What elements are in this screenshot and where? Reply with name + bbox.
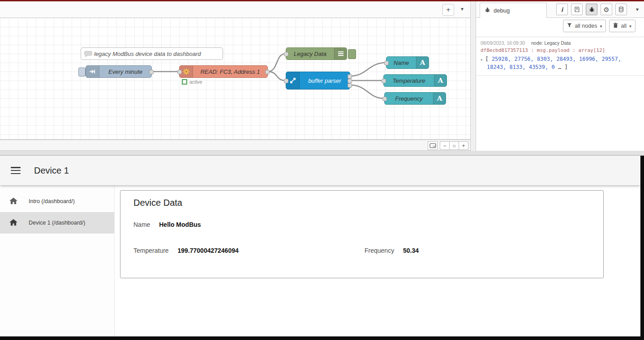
- debug-input-port[interactable]: [284, 52, 288, 56]
- debug-filter-label: all nodes: [575, 23, 597, 29]
- frequency-field-label: Frequency: [365, 247, 394, 254]
- sidebar-separator[interactable]: [470, 1, 476, 151]
- debug-clear-label: all: [621, 23, 627, 29]
- name-field-value: Hello ModBus: [159, 221, 201, 228]
- bug-icon: [485, 7, 490, 14]
- sidebar-item-label: Intro (/dashboard/): [29, 198, 75, 204]
- sidebar-menu-caret-icon[interactable]: ▾: [636, 6, 639, 13]
- text-icon: A: [416, 57, 429, 68]
- text-icon: A: [434, 75, 447, 86]
- ui-text-name-node[interactable]: Name A: [386, 56, 429, 69]
- add-flow-button[interactable]: +: [442, 4, 454, 16]
- buffer-output-port-2[interactable]: [348, 79, 352, 83]
- inject-node-label: Every minute: [99, 68, 151, 75]
- ui-name-input-port[interactable]: [384, 61, 389, 65]
- card-title: Device Data: [133, 198, 182, 208]
- debug-filter-button[interactable]: all nodes ▾: [563, 20, 606, 32]
- comment-node[interactable]: legacy ModBus device data to dashboard: [81, 47, 223, 60]
- buffer-parser-node-label: buffer parser: [300, 77, 350, 84]
- comment-icon: [84, 51, 92, 57]
- info-tab-button[interactable]: i: [556, 4, 568, 15]
- wire: [350, 63, 386, 76]
- zoom-out-button[interactable]: −: [440, 141, 450, 150]
- zoom-in-button[interactable]: +: [459, 141, 468, 150]
- text-icon: A: [433, 93, 446, 104]
- buffer-parser-node[interactable]: buffer parser: [286, 72, 350, 89]
- flow-canvas[interactable]: legacy ModBus device data to dashboard E…: [0, 18, 470, 140]
- debug-message-meta: 08/09/2023, 16:09:30 node: Legacy Data: [481, 40, 640, 46]
- debug-list-icon: [334, 48, 347, 60]
- status-text: active: [189, 79, 202, 85]
- buffer-input-port[interactable]: [284, 79, 288, 83]
- hamburger-menu-icon[interactable]: [11, 167, 21, 174]
- buffer-output-port-3[interactable]: [348, 83, 352, 88]
- dashboard-header: Device 1: [0, 156, 640, 185]
- frequency-field: Frequency 50.34: [365, 247, 419, 254]
- dashboard-window: Device 1 Intro (/dashboard/) Device 1 (/…: [0, 156, 644, 340]
- sidebar-item-intro[interactable]: Intro (/dashboard/): [0, 191, 114, 212]
- flow-menu-caret-icon[interactable]: ▾: [458, 6, 467, 12]
- config-tab-button[interactable]: ⚙: [601, 4, 612, 15]
- ui-text-temperature-node[interactable]: Temperature A: [383, 74, 447, 87]
- debug-toolbar: all nodes ▾ all ▾: [476, 18, 644, 34]
- debug-message[interactable]: 08/09/2023, 16:09:30 node: Legacy Data d…: [476, 37, 644, 76]
- inject-output-port[interactable]: [149, 70, 154, 74]
- window-gap: [0, 151, 644, 156]
- inject-icon: [86, 66, 99, 77]
- chevron-down-icon: ▾: [600, 24, 602, 29]
- modbus-read-node[interactable]: READ: FC3, Address 1: [179, 65, 268, 78]
- tab-debug[interactable]: debug: [480, 3, 547, 18]
- expand-payload-icon[interactable]: ▸: [481, 57, 483, 62]
- debug-node[interactable]: Legacy Data: [286, 47, 347, 60]
- payload-bracket-close: … ]: [558, 64, 568, 70]
- dashboard-main: Device Data Name Hello ModBus Temperatur…: [115, 185, 640, 336]
- payload-numbers-line2: 18243, 8133, 43539, 0: [487, 64, 555, 70]
- inject-trigger-button[interactable]: [78, 68, 86, 76]
- debug-message-payload[interactable]: ▸[ 25928, 27756, 8303, 28493, 16996, 295…: [481, 55, 640, 71]
- funnel-icon: [567, 23, 572, 29]
- modbus-input-port[interactable]: [177, 70, 182, 74]
- sidebar-item-device-1[interactable]: Device 1 (/dashboard/): [0, 212, 114, 234]
- modbus-node-status: active: [182, 79, 202, 85]
- wire: [350, 85, 384, 98]
- frequency-field-value: 50.34: [403, 247, 419, 254]
- wire: [268, 72, 286, 81]
- trash-icon: [613, 22, 618, 30]
- comment-node-label: legacy ModBus device data to dashboard: [92, 51, 223, 57]
- temperature-field-value: 199.77000427246094: [177, 247, 238, 254]
- debug-message-path: df8ecbd817357113 : msg.payload : array[1…: [481, 47, 640, 53]
- ui-text-frequency-node[interactable]: Frequency A: [384, 92, 446, 105]
- payload-bracket-open: [: [485, 56, 488, 62]
- home-icon: [9, 197, 18, 206]
- measurements-row: Temperature 199.77000427246094 Frequency…: [133, 247, 590, 254]
- name-field-label: Name: [133, 221, 150, 228]
- tab-debug-label: debug: [494, 7, 510, 14]
- node-red-screen: + ▾ legacy ModBus device data to dashboa…: [0, 0, 644, 340]
- debug-toggle-button[interactable]: [348, 49, 356, 59]
- chevron-down-icon: ▾: [629, 24, 631, 29]
- zoom-reset-button[interactable]: ○: [449, 141, 459, 150]
- sidebar-item-label: Device 1 (/dashboard/): [29, 220, 85, 226]
- context-tab-button[interactable]: [615, 4, 627, 15]
- window-frame-right: [640, 156, 644, 340]
- window-frame-bottom: [0, 336, 644, 340]
- debug-clear-button[interactable]: all ▾: [609, 20, 635, 32]
- zoom-controls: − ○ +: [428, 141, 468, 150]
- debug-message-timestamp: 08/09/2023, 16:09:30: [481, 40, 525, 46]
- dashboard-sidebar: Intro (/dashboard/) Device 1 (/dashboard…: [0, 185, 115, 336]
- payload-numbers-line1: 25928, 27756, 8303, 28493, 16996, 29557,: [492, 56, 621, 62]
- modbus-read-node-label: READ: FC3, Address 1: [193, 68, 267, 75]
- inject-node[interactable]: Every minute: [86, 65, 152, 78]
- device-data-card: Device Data Name Hello ModBus Temperatur…: [120, 190, 604, 278]
- ui-frequency-input-port[interactable]: [382, 97, 387, 101]
- navigator-toggle-button[interactable]: [428, 141, 438, 150]
- workspace-tabbar: + ▾: [0, 1, 470, 18]
- buffer-output-port-1[interactable]: [348, 74, 352, 79]
- help-tab-button[interactable]: [571, 4, 583, 15]
- debug-tab-button[interactable]: [586, 4, 597, 15]
- modbus-output-port[interactable]: [265, 70, 270, 74]
- wire: [268, 54, 286, 72]
- ui-temperature-input-port[interactable]: [382, 79, 386, 83]
- debug-message-list: 08/09/2023, 16:09:30 node: Legacy Data d…: [476, 37, 644, 76]
- ui-text-temperature-label: Temperature: [384, 77, 434, 84]
